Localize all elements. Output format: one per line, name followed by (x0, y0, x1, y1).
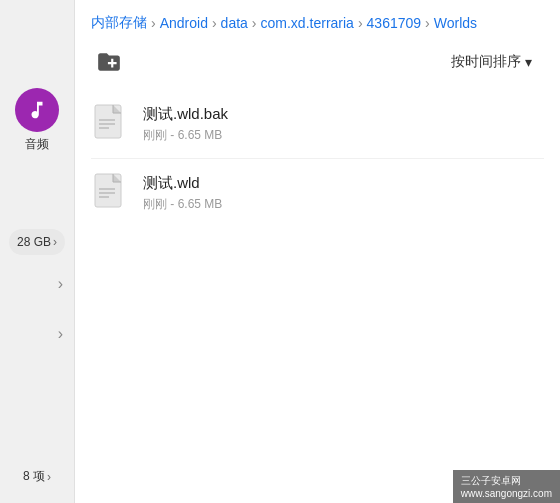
main-content: 内部存储 › Android › data › com.xd.terraria … (75, 0, 560, 503)
breadcrumb-item-2[interactable]: data (221, 15, 248, 31)
add-folder-button[interactable] (91, 44, 127, 80)
sort-button[interactable]: 按时间排序 ▾ (439, 47, 544, 77)
breadcrumb-sep-3: › (358, 15, 363, 31)
sort-label: 按时间排序 (451, 53, 521, 71)
toolbar-left (91, 44, 127, 80)
file-meta-0: 刚刚 - 6.65 MB (143, 127, 544, 144)
audio-icon-circle (15, 88, 59, 132)
breadcrumb-item-0[interactable]: 内部存储 (91, 14, 147, 32)
breadcrumb-item-3[interactable]: com.xd.terraria (261, 15, 354, 31)
audio-label: 音频 (25, 136, 49, 153)
file-info-0: 测试.wld.bak 刚刚 - 6.65 MB (143, 105, 544, 144)
toolbar: 按时间排序 ▾ (75, 40, 560, 90)
breadcrumb-item-5[interactable]: Worlds (434, 15, 477, 31)
nav-chevron-icon-1: › (58, 275, 63, 293)
file-list: 测试.wld.bak 刚刚 - 6.65 MB 测试.wld 刚刚 - 6.65… (75, 90, 560, 503)
breadcrumb-sep-1: › (212, 15, 217, 31)
breadcrumb-item-1[interactable]: Android (160, 15, 208, 31)
sidebar: 音频 28 GB › › › 8 项 › (0, 0, 75, 503)
document-icon-0 (93, 104, 129, 144)
sidebar-nav-item-2[interactable]: › (7, 313, 67, 355)
file-meta-1: 刚刚 - 6.65 MB (143, 196, 544, 213)
sidebar-item-audio[interactable]: 音频 (7, 80, 67, 161)
storage-chevron-icon: › (53, 235, 57, 249)
file-info-1: 测试.wld 刚刚 - 6.65 MB (143, 174, 544, 213)
file-icon-0 (91, 102, 131, 146)
file-name-1: 测试.wld (143, 174, 544, 193)
file-name-0: 测试.wld.bak (143, 105, 544, 124)
file-item-0[interactable]: 测试.wld.bak 刚刚 - 6.65 MB (91, 90, 544, 159)
breadcrumb-sep-2: › (252, 15, 257, 31)
storage-label: 28 GB (17, 235, 51, 249)
file-item-1[interactable]: 测试.wld 刚刚 - 6.65 MB (91, 159, 544, 227)
nav-chevron-icon-2: › (58, 325, 63, 343)
sort-dropdown-icon: ▾ (525, 54, 532, 70)
breadcrumb-sep-0: › (151, 15, 156, 31)
document-icon-1 (93, 173, 129, 213)
add-folder-icon (96, 49, 122, 75)
audio-icon (26, 99, 48, 121)
file-icon-1 (91, 171, 131, 215)
breadcrumb-item-4[interactable]: 4361709 (367, 15, 422, 31)
bottom-chevron-icon: › (47, 470, 51, 484)
sidebar-nav-item-1[interactable]: › (7, 263, 67, 305)
breadcrumb-sep-4: › (425, 15, 430, 31)
bottom-count-label: 8 项 (23, 468, 45, 485)
breadcrumb: 内部存储 › Android › data › com.xd.terraria … (75, 0, 560, 40)
storage-item[interactable]: 28 GB › (9, 229, 65, 255)
sidebar-bottom-item[interactable]: 8 项 › (15, 462, 59, 491)
